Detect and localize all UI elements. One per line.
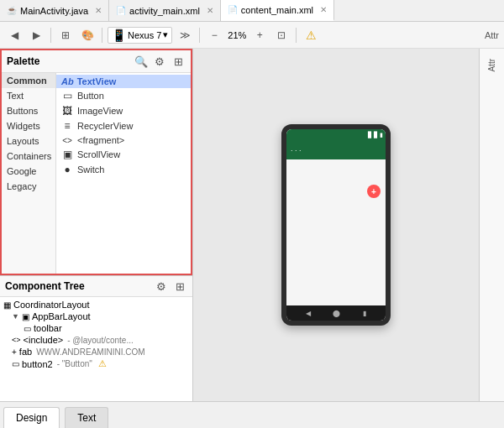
tab-close-content-main[interactable]: ✕ [320,5,327,14]
device-selector[interactable]: 📱 Nexus 7 ▾ [108,27,172,44]
palette-item-label-scrollview: ScrollView [77,149,120,159]
left-panel: Palette 🔍 ⚙ ⊞ Common Text Buttons Widget… [0,49,193,401]
phone-bottom-bar: ◀ ⬤ ▮ [286,305,386,321]
zoom-in-button[interactable]: + [250,26,269,44]
tab-content-main[interactable]: 📄 content_main.xml ✕ [221,0,334,21]
phone-appbar: · · · [286,141,386,159]
toolbar: ◀ ▶ ⊞ 🎨 📱 Nexus 7 ▾ ≫ − 21% + ⊡ ⚠ Attr [0,22,504,49]
palette-item-label-recyclerview: RecyclerView [77,121,133,131]
tree-item-include[interactable]: <> <include> - @layout/conte... [0,334,192,346]
java-icon: ☕ [7,6,17,15]
component-tree-title: Component Tree [5,280,150,292]
switch-icon: ● [61,164,73,175]
tab-close-activity-main[interactable]: ✕ [207,6,213,15]
palette-cat-google[interactable]: Google [2,164,55,179]
palette-cat-widgets[interactable]: Widgets [2,118,55,133]
palette-categories: Common Text Buttons Widgets Layouts Cont… [2,73,56,274]
xml-icon-2: 📄 [228,5,238,14]
palette-cat-containers[interactable]: Containers [2,149,55,164]
warning-button[interactable]: ⚠ [302,26,320,44]
palette-cat-common[interactable]: Common [2,73,55,88]
toolbar-separator-3 [199,28,200,43]
component-tree: Component Tree ⚙ ⊞ ▦ CoordinatorLayout ▼… [0,275,192,401]
recyclerview-icon: ≡ [61,120,73,132]
recents-nav-icon[interactable]: ▮ [363,310,366,317]
tree-item-coordinator[interactable]: ▦ CoordinatorLayout [0,299,192,311]
phone-mockup: ▊ ▊ ▮ · · · + ◀ ⬤ ▮ [281,124,391,326]
phone-status-bar: ▊ ▊ ▮ [286,129,386,141]
toolbar-right: Attr [485,30,499,40]
fab-icon: + [12,347,17,357]
theme-button[interactable]: 🎨 [78,26,97,44]
api-selector[interactable]: ≫ [176,26,194,44]
component-tree-layout-button[interactable]: ⊞ [172,279,187,294]
palette-item-button[interactable]: ▭ Button [56,88,191,103]
undo-button[interactable]: ◀ [5,26,24,44]
redo-button[interactable]: ▶ [27,26,45,44]
tab-label-active: content_main.xml [241,5,313,15]
palette-item-switch[interactable]: ● Switch [56,162,191,177]
palette-gear-button[interactable]: ⚙ [152,54,167,69]
zoom-out-button[interactable]: − [205,26,223,44]
attr-panel: Attr [479,49,504,401]
back-nav-icon[interactable]: ◀ [306,310,311,317]
palette-item-label-imageview: ImageView [77,106,123,116]
tab-bar: ☕ MainActivity.java ✕ 📄 activity_main.xm… [0,0,504,22]
phone-fab-button[interactable]: + [367,185,381,198]
zoom-controls: − 21% + [205,26,269,44]
tree-body: ▦ CoordinatorLayout ▼ ▣ AppBarLayout ▭ t… [0,297,192,401]
tree-item-button2[interactable]: ▭ button2 - "Button" ⚠ [0,358,192,370]
tab-close-main-activity[interactable]: ✕ [95,6,102,15]
component-tree-gear-button[interactable]: ⚙ [154,279,169,294]
fit-screen-button[interactable]: ⊡ [272,26,291,44]
imageview-icon: 🖼 [61,105,73,117]
palette-item-imageview[interactable]: 🖼 ImageView [56,103,191,118]
palette-item-label-button: Button [77,91,104,101]
palette-body: Common Text Buttons Widgets Layouts Cont… [2,73,191,274]
phone-screen: ▊ ▊ ▮ · · · + ◀ ⬤ ▮ [286,129,386,321]
palette-cat-legacy[interactable]: Legacy [2,179,55,194]
palette-cat-buttons[interactable]: Buttons [2,103,55,118]
tree-label-fab: fab [19,347,32,357]
textview-icon: Ab [61,76,74,86]
button-icon: ▭ [61,90,73,102]
palette-item-scrollview[interactable]: ▣ ScrollView [56,147,191,162]
canvas-area[interactable]: ▊ ▊ ▮ · · · + ◀ ⬤ ▮ [193,49,479,401]
appbar-icon: ▣ [22,312,29,321]
palette-item-fragment[interactable]: <> <fragment> [56,133,191,147]
tree-label-coordinator: CoordinatorLayout [13,300,90,310]
palette-item-textview[interactable]: Ab TextView [56,75,191,88]
include-icon: <> [12,336,21,344]
tree-sublabel-include: - @layout/conte... [67,336,134,345]
palette-cat-text[interactable]: Text [2,88,55,103]
palette-layout-button[interactable]: ⊞ [171,54,186,69]
component-tree-header: Component Tree ⚙ ⊞ [0,276,192,297]
tab-activity-main[interactable]: 📄 activity_main.xml ✕ [109,0,221,21]
phone-fab-icon: + [371,187,376,196]
toolbar-separator-1 [50,28,51,43]
wifi-icon: ▊ [368,132,372,138]
tree-label-include: <include> [24,335,64,345]
palette-search-button[interactable]: 🔍 [134,54,149,69]
warning-icon: ⚠ [98,358,107,369]
tree-item-fab[interactable]: + fab WWW.ANDREAMININI.COM [0,346,192,358]
palette-cat-layouts[interactable]: Layouts [2,133,55,149]
tab-main-activity[interactable]: ☕ MainActivity.java ✕ [0,0,109,21]
device-label: Nexus 7 [128,30,161,40]
palette-item-recyclerview[interactable]: ≡ RecyclerView [56,118,191,133]
fragment-icon: <> [61,136,73,145]
palette-item-label-textview: TextView [77,76,117,86]
palette-title: Palette [7,55,130,67]
tab-design[interactable]: Design [3,407,60,428]
palette-item-label-switch: Switch [77,164,104,175]
tab-text[interactable]: Text [65,407,108,428]
tree-item-appbar[interactable]: ▼ ▣ AppBarLayout [0,311,192,322]
tree-sublabel-button2: - "Button" [57,359,92,368]
home-nav-icon[interactable]: ⬤ [333,310,340,317]
coordinator-icon: ▦ [3,300,11,310]
palette-item-label-fragment: <fragment> [77,135,124,145]
tree-sublabel-fab: WWW.ANDREAMININI.COM [36,347,144,357]
battery-icon: ▮ [380,132,383,138]
tree-item-toolbar[interactable]: ▭ toolbar [0,322,192,334]
orientation-button[interactable]: ⊞ [56,26,75,44]
